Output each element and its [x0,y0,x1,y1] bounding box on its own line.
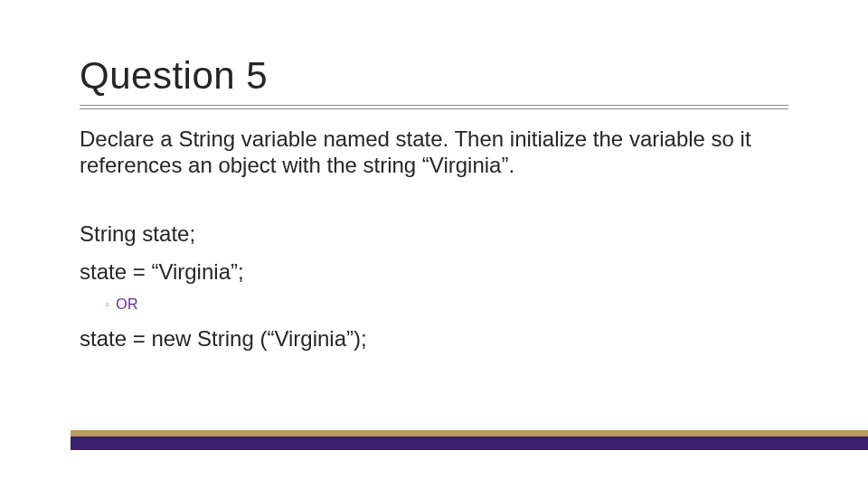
bullet-icon: ◦ [105,296,110,312]
footer-stripe [71,430,868,450]
answer-line-2: state = “Virginia”; [80,258,788,286]
question-prompt: Declare a String variable named state. T… [80,126,788,179]
stripe-purple [71,436,868,450]
answer-line-3: state = new String (“Virginia”); [80,325,788,352]
stripe-gold [71,430,868,436]
slide: Question 5 Declare a String variable nam… [0,0,868,488]
answer-line-1: String state; [80,221,788,248]
slide-title: Question 5 [80,54,788,98]
title-underline [80,105,788,109]
or-separator: ◦OR [105,296,788,313]
slide-content: Question 5 Declare a String variable nam… [80,54,788,363]
or-label: OR [116,296,138,312]
